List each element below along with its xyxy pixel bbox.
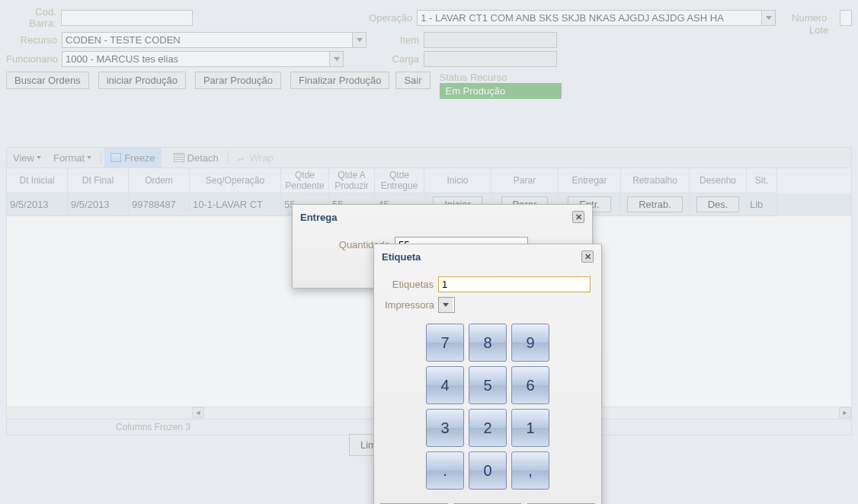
etiquetas-label: Etiquetas <box>385 279 438 290</box>
key-5[interactable]: 5 <box>469 366 507 404</box>
key-6[interactable]: 6 <box>511 366 549 404</box>
key-3[interactable]: 3 <box>426 409 464 447</box>
close-icon[interactable]: ✕ <box>581 250 594 263</box>
key-8[interactable]: 8 <box>469 324 507 362</box>
key-dot[interactable]: . <box>426 451 464 490</box>
impressora-label: Impressora <box>385 299 438 311</box>
etiqueta-title: Etiqueta <box>382 251 421 263</box>
impressora-dropdown-button[interactable] <box>439 298 453 312</box>
key-4[interactable]: 4 <box>426 366 464 404</box>
etiquetas-input[interactable] <box>438 276 591 292</box>
etiqueta-dialog: Etiqueta ✕ Etiquetas Impressora 7 8 9 4 … <box>373 244 602 504</box>
key-0[interactable]: 0 <box>469 451 507 490</box>
impressora-select[interactable] <box>438 297 455 313</box>
entrega-title: Entrega <box>300 212 337 223</box>
key-7[interactable]: 7 <box>426 324 464 362</box>
key-1[interactable]: 1 <box>511 409 549 447</box>
key-9[interactable]: 9 <box>511 324 549 362</box>
chevron-down-icon <box>443 303 449 307</box>
close-icon[interactable]: ✕ <box>572 211 584 223</box>
key-2[interactable]: 2 <box>469 409 507 447</box>
key-comma[interactable]: , <box>511 451 549 490</box>
numeric-keypad: 7 8 9 4 5 6 3 2 1 . 0 , <box>374 317 601 499</box>
